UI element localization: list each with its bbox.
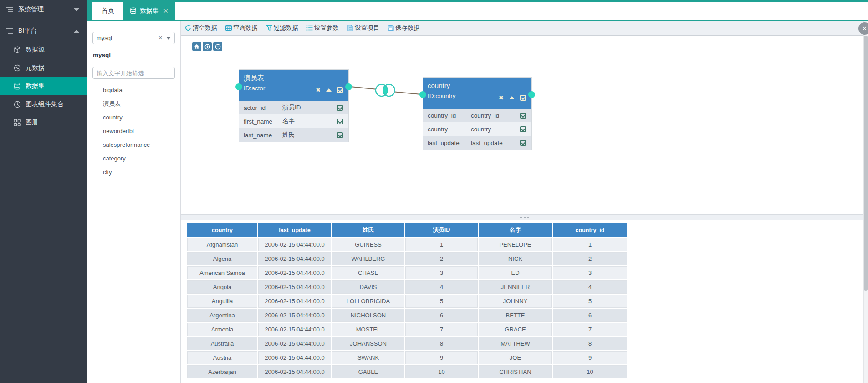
table-list-item[interactable]: 演员表 <box>87 97 180 111</box>
clear-selection-icon[interactable]: ✕ <box>158 35 163 41</box>
table-filter-input[interactable] <box>92 67 175 79</box>
cell: 2 <box>553 252 627 265</box>
panel-close-button[interactable]: ✕ <box>858 22 868 35</box>
table-list-item[interactable]: newordertbl <box>87 124 180 138</box>
query-data-button[interactable]: 查询数据 <box>225 24 258 32</box>
field-checkbox[interactable] <box>520 140 526 146</box>
cell: PENELOPE <box>479 238 552 251</box>
home-button[interactable] <box>192 42 201 51</box>
cell: 2006-02-15 04:44:00.0 <box>258 252 331 265</box>
tab-dataset[interactable]: 数据集 ✕ <box>123 2 175 20</box>
sidebar-item-metadata[interactable]: 元数据 <box>0 59 87 77</box>
entity-close-icon[interactable]: ✖ <box>499 95 504 101</box>
entity-header[interactable]: country ID:country ✖ <box>423 78 531 109</box>
cell: Argentina <box>187 309 257 322</box>
connector-port-left[interactable] <box>419 91 426 98</box>
cell: Afghanistan <box>187 238 257 251</box>
set-params-button[interactable]: 设置参数 <box>306 24 339 32</box>
table-list-item[interactable]: country <box>87 111 180 124</box>
entity-close-icon[interactable]: ✖ <box>316 87 321 93</box>
connector-port-right[interactable] <box>345 83 352 90</box>
field-checkbox[interactable] <box>520 113 526 119</box>
table-row: Algeria2006-02-15 04:44:00.0WAHLBERG2NIC… <box>187 252 627 265</box>
chevron-down-icon[interactable] <box>74 8 79 11</box>
connector-port-right[interactable] <box>528 91 535 98</box>
entity-collapse-icon[interactable] <box>326 88 332 92</box>
clear-data-button[interactable]: 清空数据 <box>185 24 217 32</box>
table-list-item[interactable]: salespreformance <box>87 138 180 152</box>
zoom-out-button[interactable] <box>213 42 222 51</box>
table-row: Afghanistan2006-02-15 04:44:00.0GUINESS1… <box>187 238 627 251</box>
cell: JOHANSSON <box>332 337 404 350</box>
sidebar-item-datasource[interactable]: 数据源 <box>0 41 87 59</box>
metadata-icon <box>14 64 21 72</box>
field-label: country_id <box>471 112 520 119</box>
field-checkbox[interactable] <box>337 132 343 138</box>
result-table-header-row: country last_update 姓氏 演员ID 名字 country_i… <box>187 223 627 237</box>
table-row: Armenia2006-02-15 04:44:00.0MOSTEL7GRACE… <box>187 323 627 336</box>
toolbar-button-label: 清空数据 <box>193 24 217 32</box>
cell: 1 <box>405 238 478 251</box>
connector-port-left[interactable] <box>235 83 242 90</box>
toolbar-button-label: 保存数据 <box>395 24 420 32</box>
chevron-up-icon[interactable] <box>74 30 79 33</box>
cell: MOSTEL <box>332 323 404 336</box>
sidebar-group-label: 系统管理 <box>18 5 44 14</box>
cell: DAVIS <box>332 280 404 294</box>
entity-collapse-icon[interactable] <box>509 96 515 99</box>
panel-splitter-handle[interactable] <box>181 214 868 220</box>
cell: GABLE <box>332 365 404 378</box>
entity-select-all-checkbox[interactable] <box>520 95 526 101</box>
table-row: Australia2006-02-15 04:44:00.0JOHANSSON8… <box>187 337 627 350</box>
entity-field-row: actor_id 演员ID <box>239 101 348 114</box>
entity-title: 演员表 <box>244 73 344 83</box>
tab-label: 数据集 <box>140 7 159 15</box>
table-row: Angola2006-02-15 04:44:00.0DAVIS4JENNIFE… <box>187 280 627 294</box>
entity-card-country[interactable]: country ID:country ✖ country_id country_… <box>423 77 532 150</box>
sidebar-item-atlas[interactable]: 图册 <box>0 114 87 132</box>
table-list-item[interactable]: category <box>87 152 180 166</box>
cell: 9 <box>553 351 627 364</box>
field-name: country_id <box>428 112 471 119</box>
cell: JENNIFER <box>479 280 552 294</box>
zoom-in-button[interactable] <box>203 42 212 51</box>
tab-close-icon[interactable]: ✕ <box>163 7 168 15</box>
cell: 4 <box>405 280 478 294</box>
cell: 6 <box>553 309 627 322</box>
project-doc-icon <box>347 25 353 31</box>
refresh-icon <box>185 25 191 31</box>
datasource-cube-icon <box>14 46 21 53</box>
datasource-select[interactable]: mysql ✕ <box>92 32 175 44</box>
field-checkbox[interactable] <box>520 126 526 132</box>
cell: 2006-02-15 04:44:00.0 <box>258 365 331 378</box>
table-list-item[interactable]: city <box>87 166 180 179</box>
bi-app-window: 系统管理 BI平台 数据源 元数据 数据集 <box>0 0 868 383</box>
chevron-down-icon[interactable] <box>166 37 171 40</box>
cell: 7 <box>553 323 627 336</box>
cell: BETTE <box>479 309 552 322</box>
tab-home[interactable]: 首页 <box>92 2 123 20</box>
field-checkbox[interactable] <box>337 105 343 111</box>
sidebar-item-chart-components[interactable]: 图表组件集合 <box>0 95 87 114</box>
entity-header[interactable]: 演员表 ID:actor ✖ <box>239 70 348 101</box>
sidebar-group-bi[interactable]: BI平台 <box>0 21 87 41</box>
scrollbar-thumb[interactable] <box>864 36 868 291</box>
cell: 2006-02-15 04:44:00.0 <box>258 238 331 251</box>
cell: 2006-02-15 04:44:00.0 <box>258 266 331 279</box>
set-project-button[interactable]: 设置项目 <box>347 24 379 32</box>
table-row: Azerbaijan2006-02-15 04:44:00.0GABLE10CH… <box>187 365 627 378</box>
entity-select-all-checkbox[interactable] <box>337 87 343 93</box>
vertical-scrollbar <box>863 21 868 383</box>
save-data-button[interactable]: 保存数据 <box>388 24 420 32</box>
field-label: 演员ID <box>282 104 337 112</box>
entity-card-actor[interactable]: 演员表 ID:actor ✖ actor_id 演员ID first_name … <box>239 69 349 142</box>
entity-field-row: country_id country_id <box>423 109 531 122</box>
sidebar-item-dataset[interactable]: 数据集 <box>0 77 87 95</box>
join-designer-canvas[interactable]: 演员表 ID:actor ✖ actor_id 演员ID first_name … <box>181 35 865 214</box>
table-list-item[interactable]: bigdata <box>87 83 180 97</box>
sidebar-group-system[interactable]: 系统管理 <box>0 0 87 19</box>
column-header: 姓氏 <box>332 223 404 237</box>
filter-data-button[interactable]: 过滤数据 <box>266 24 298 32</box>
field-checkbox[interactable] <box>337 119 343 124</box>
cell: SWANK <box>332 351 404 364</box>
